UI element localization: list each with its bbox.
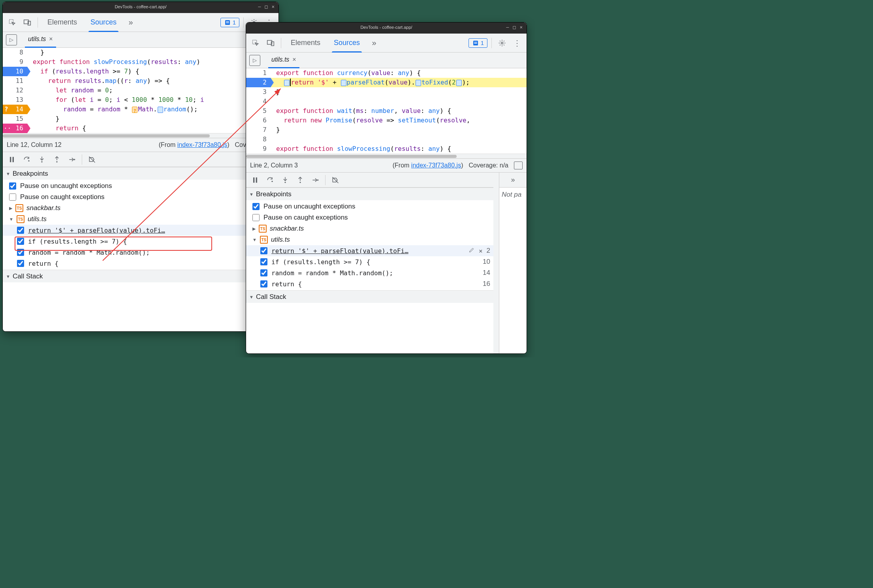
line-number[interactable]: 8 (246, 135, 271, 144)
source-map-from: (From index-73f73a80.js) (393, 162, 463, 169)
line-number[interactable]: 13 (3, 95, 27, 105)
device-toggle-icon[interactable] (264, 37, 277, 49)
navigator-toggle-icon[interactable]: ▷ (249, 55, 260, 66)
tab-elements[interactable]: Elements (285, 34, 326, 53)
bp-file-utils[interactable]: ▼TSutils.ts (3, 214, 278, 225)
breakpoint-entry[interactable]: if (results.length >= 7) { 10 (246, 256, 493, 267)
horizontal-scrollbar[interactable] (3, 133, 278, 138)
file-tab-utils[interactable]: utils.ts × (268, 53, 299, 68)
breakpoint-entry[interactable]: return '$' + parseFloat(value).toFi… × 2 (3, 225, 278, 236)
vertical-scrollbar[interactable] (493, 173, 499, 353)
code-editor[interactable]: 1export function currency(value: any) { … (246, 68, 527, 158)
logpoint-marker[interactable]: 16 (3, 124, 27, 133)
breakpoint-entry[interactable]: if (results.length >= 7) { 10 (3, 236, 278, 247)
debugger-toolbar (246, 173, 493, 188)
line-number[interactable]: 9 (3, 57, 27, 67)
code-editor[interactable]: 8 } 9export function slowProcessing(resu… (3, 48, 278, 138)
step-icon[interactable] (309, 174, 322, 186)
breakpoint-inline-marker[interactable] (132, 107, 137, 113)
line-number[interactable]: 5 (246, 106, 271, 116)
maximize-icon[interactable]: □ (513, 24, 516, 30)
step-icon[interactable] (65, 153, 79, 166)
more-tabs-icon[interactable]: » (124, 16, 137, 29)
line-number[interactable]: 7 (246, 125, 271, 135)
tab-sources[interactable]: Sources (328, 34, 365, 53)
breakpoint-inline-marker[interactable] (284, 80, 290, 86)
main-tab-bar: Elements Sources » 1 ⋮ (3, 13, 278, 32)
close-tab-icon[interactable]: × (49, 36, 53, 43)
issues-badge[interactable]: 1 (220, 18, 239, 27)
minimize-icon[interactable]: — (506, 24, 509, 30)
line-number[interactable]: 1 (246, 68, 271, 78)
pause-uncaught-checkbox[interactable]: Pause on uncaught exceptions (3, 180, 278, 192)
edit-breakpoint-icon[interactable] (468, 247, 475, 255)
breakpoint-inline-marker[interactable] (158, 107, 163, 113)
close-icon[interactable]: × (520, 24, 523, 30)
line-number[interactable]: 3 (246, 87, 271, 97)
inspect-icon[interactable] (249, 37, 262, 49)
bp-file-utils[interactable]: ▼TSutils.ts (246, 234, 493, 245)
callstack-section-header[interactable]: ▼Call Stack (246, 290, 493, 303)
step-over-icon[interactable] (20, 153, 34, 166)
conditional-breakpoint-marker[interactable]: 14 (3, 105, 27, 114)
minimize-icon[interactable]: — (258, 4, 261, 9)
line-number[interactable]: 9 (246, 144, 271, 154)
breakpoint-entry[interactable]: return { 16 (246, 278, 493, 289)
chevron-down-icon: ▼ (252, 237, 257, 242)
line-number[interactable]: 8 (3, 48, 27, 57)
line-number[interactable]: 6 (246, 116, 271, 125)
breakpoint-inline-marker[interactable] (456, 80, 462, 86)
step-out-icon[interactable] (50, 153, 64, 166)
tab-elements[interactable]: Elements (42, 13, 83, 32)
line-number[interactable]: 4 (246, 97, 271, 106)
breakpoints-section-header[interactable]: ▼Breakpoints (246, 188, 493, 200)
remove-breakpoint-icon[interactable]: × (479, 247, 483, 255)
breakpoint-entry[interactable]: return { 16 (3, 258, 278, 269)
settings-icon[interactable] (496, 37, 508, 49)
file-tab-utils[interactable]: utils.ts × (25, 32, 56, 48)
step-into-icon[interactable] (35, 153, 49, 166)
breakpoint-inline-marker[interactable] (341, 80, 346, 86)
line-number[interactable]: 12 (3, 86, 27, 95)
pause-icon[interactable] (5, 153, 19, 166)
callstack-section-header[interactable]: ▼Call Stack (3, 270, 278, 282)
device-toggle-icon[interactable] (21, 16, 34, 29)
drawer-toggle-icon[interactable] (514, 162, 523, 169)
horizontal-scrollbar[interactable] (246, 154, 527, 158)
window-controls: — □ × (504, 23, 525, 32)
sourcemap-link[interactable]: index-73f73a80.js (177, 141, 227, 148)
sourcemap-link[interactable]: index-73f73a80.js (411, 162, 461, 169)
breakpoint-entry[interactable]: return '$' + parseFloat(value).toFi… × 2 (246, 245, 493, 256)
step-into-icon[interactable] (278, 174, 292, 186)
line-number[interactable]: 11 (3, 76, 27, 86)
pause-caught-checkbox[interactable]: Pause on caught exceptions (3, 192, 278, 203)
breakpoint-entry[interactable]: random = random * Math.random(); 14 (246, 267, 493, 278)
maximize-icon[interactable]: □ (265, 4, 268, 9)
deactivate-breakpoints-icon[interactable] (329, 174, 342, 186)
deactivate-breakpoints-icon[interactable] (85, 153, 99, 166)
inspect-icon[interactable] (6, 16, 19, 29)
bp-file-snackbar[interactable]: ▶TSsnackbar.ts (246, 223, 493, 234)
source-map-from: (From index-73f73a80.js) (159, 141, 230, 148)
pause-uncaught-checkbox[interactable]: Pause on uncaught exceptions (246, 201, 493, 212)
line-number[interactable]: 15 (3, 114, 27, 124)
more-panes-icon[interactable]: » (499, 173, 527, 188)
bp-file-snackbar[interactable]: ▶TSsnackbar.ts (3, 203, 278, 214)
more-tabs-icon[interactable]: » (368, 37, 380, 49)
tab-sources[interactable]: Sources (85, 13, 122, 32)
breakpoints-section-header[interactable]: ▼Breakpoints (3, 167, 278, 180)
breakpoint-marker[interactable]: 10 (3, 67, 27, 76)
close-tab-icon[interactable]: × (292, 56, 296, 63)
step-over-icon[interactable] (263, 174, 277, 186)
pause-icon[interactable] (248, 174, 262, 186)
kebab-menu-icon[interactable]: ⋮ (511, 37, 523, 49)
breakpoint-marker[interactable]: 2 (246, 78, 271, 87)
navigator-toggle-icon[interactable]: ▷ (6, 34, 17, 45)
step-out-icon[interactable] (294, 174, 307, 186)
pause-caught-checkbox[interactable]: Pause on caught exceptions (246, 212, 493, 223)
breakpoint-inline-marker[interactable] (416, 80, 421, 86)
breakpoint-entry[interactable]: random = random * Math.random(); 14 (3, 247, 278, 258)
devtools-window-left: DevTools - coffee-cart.app/ — □ × Elemen… (2, 2, 279, 332)
close-icon[interactable]: × (272, 4, 275, 9)
issues-badge[interactable]: 1 (468, 38, 487, 48)
